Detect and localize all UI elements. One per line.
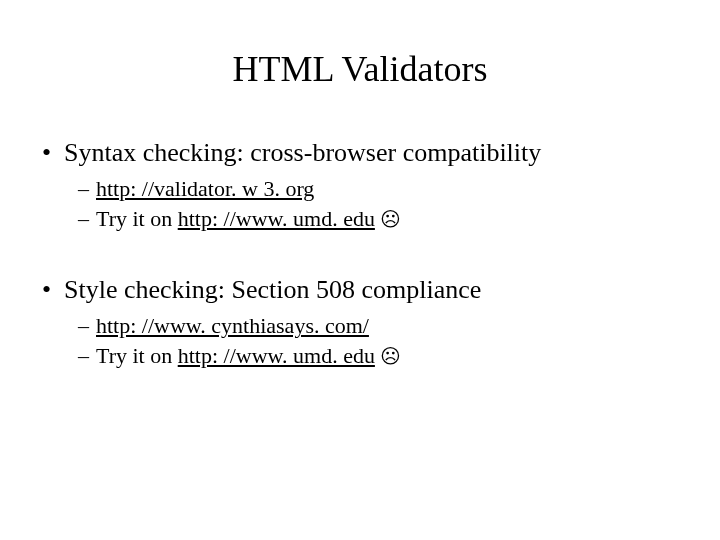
slide-title: HTML Validators — [36, 48, 684, 90]
sub-text-before: Try it on — [96, 343, 178, 368]
link-umd-1[interactable]: http: //www. umd. edu — [178, 206, 375, 231]
frown-icon: ☹ — [380, 345, 401, 367]
dash-icon: – — [78, 311, 89, 341]
sub-item-cynthiasays-link: – http: //www. cynthiasays. com/ — [36, 311, 684, 341]
sub-item-try-umd-1: – Try it on http: //www. umd. edu ☹ — [36, 204, 684, 234]
bullet-syntax-heading: Syntax checking: cross-browser compatibi… — [36, 138, 684, 168]
dash-icon: – — [78, 341, 89, 371]
section-syntax: Syntax checking: cross-browser compatibi… — [36, 138, 684, 233]
link-validator-w3[interactable]: http: //validator. w 3. org — [96, 176, 314, 201]
sub-text-before: Try it on — [96, 206, 178, 231]
section-style: Style checking: Section 508 compliance –… — [36, 275, 684, 370]
sub-item-try-umd-2: – Try it on http: //www. umd. edu ☹ — [36, 341, 684, 371]
sub-item-validator-link: – http: //validator. w 3. org — [36, 174, 684, 204]
bullet-style-heading: Style checking: Section 508 compliance — [36, 275, 684, 305]
frown-icon: ☹ — [380, 208, 401, 230]
dash-icon: – — [78, 174, 89, 204]
dash-icon: – — [78, 204, 89, 234]
link-umd-2[interactable]: http: //www. umd. edu — [178, 343, 375, 368]
link-cynthiasays[interactable]: http: //www. cynthiasays. com/ — [96, 313, 369, 338]
